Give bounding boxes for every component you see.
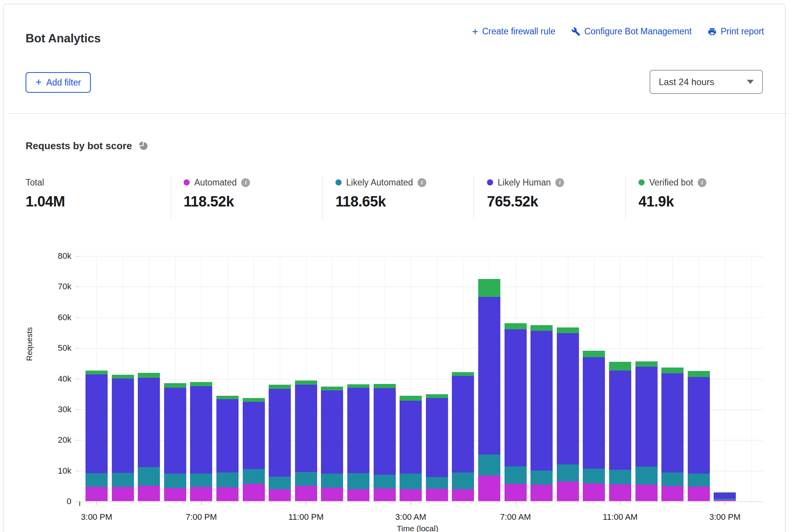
- action-label: Print report: [721, 26, 764, 37]
- bar-2-00-am[interactable]: [374, 384, 396, 501]
- segment-automated: [609, 484, 631, 501]
- x-tick-mark: [620, 501, 621, 505]
- printer-icon: [708, 27, 717, 36]
- y-tick-label: 70k: [45, 282, 71, 292]
- action-create-firewall-rule[interactable]: +Create firewall rule: [472, 26, 555, 37]
- bar-4-00-pm[interactable]: [112, 375, 134, 501]
- bar-6-00-am[interactable]: [478, 279, 500, 501]
- v-gridline: [725, 256, 725, 501]
- segment-likely-automated: [635, 467, 658, 485]
- segment-likely-human: [530, 331, 553, 471]
- bar-1-00-am[interactable]: [347, 384, 369, 501]
- bar-7-00-am[interactable]: [505, 323, 527, 501]
- x-tick-mark: [201, 501, 202, 505]
- time-range-dropdown[interactable]: Last 24 hours: [650, 70, 763, 94]
- bar-12-00-am[interactable]: [321, 387, 343, 501]
- info-icon[interactable]: i: [418, 178, 426, 187]
- segment-automated: [557, 482, 579, 501]
- action-print-report[interactable]: Print report: [708, 26, 764, 37]
- segment-verified-bot: [347, 384, 369, 388]
- segment-automated: [347, 489, 369, 501]
- bar-12-00-pm[interactable]: [635, 361, 658, 501]
- bar-5-00-am[interactable]: [452, 372, 474, 501]
- automated-legend-dot: [184, 179, 190, 185]
- segment-verified-bot: [635, 361, 658, 367]
- segment-automated: [164, 488, 186, 501]
- segment-likely-human: [400, 401, 422, 473]
- segment-likely-human: [478, 297, 500, 455]
- segment-verified-bot: [216, 396, 239, 399]
- bar-3-00-am[interactable]: [400, 396, 422, 501]
- stats-row: Total1.04MAutomatedi118.52kLikely Automa…: [26, 177, 770, 221]
- segment-likely-automated: [374, 475, 396, 488]
- y-tick-mark: [76, 379, 79, 379]
- bar-9-00-am[interactable]: [557, 327, 579, 501]
- segment-verified-bot: [85, 371, 108, 374]
- segment-automated: [400, 489, 422, 501]
- bar-8-00-am[interactable]: [530, 325, 553, 501]
- chevron-down-icon: [747, 80, 754, 84]
- segment-likely-automated: [269, 477, 291, 489]
- stat-label: Likely Automated: [346, 177, 413, 188]
- segment-likely-automated: [164, 474, 186, 488]
- segment-likely-automated: [138, 467, 160, 486]
- action-configure-bot-management[interactable]: Configure Bot Management: [571, 26, 692, 37]
- bar-9-00-pm[interactable]: [243, 398, 265, 501]
- stat-value: 1.04M: [26, 193, 65, 210]
- bar-3-00-pm[interactable]: [714, 492, 736, 501]
- y-tick-mark: [76, 256, 79, 256]
- segment-automated: [583, 484, 605, 501]
- bar-10-00-pm[interactable]: [269, 385, 291, 501]
- segment-verified-bot: [452, 372, 474, 376]
- bar-4-00-am[interactable]: [426, 394, 448, 501]
- header-divider: [7, 113, 789, 114]
- add-filter-button[interactable]: + Add filter: [26, 72, 91, 93]
- y-tick-mark: [76, 501, 79, 502]
- segment-likely-human: [374, 388, 396, 475]
- stat-likely-automated: Likely Automatedi118.65k: [335, 177, 426, 210]
- bar-11-00-pm[interactable]: [295, 380, 317, 501]
- segment-likely-automated: [426, 477, 448, 489]
- segment-automated: [452, 489, 474, 501]
- action-label: Create firewall rule: [482, 26, 555, 37]
- segment-likely-human: [347, 388, 369, 473]
- y-tick-label: 0: [45, 497, 71, 506]
- section-title: Requests by bot score: [26, 140, 132, 152]
- info-icon[interactable]: i: [555, 178, 564, 187]
- bar-6-00-pm[interactable]: [164, 383, 186, 501]
- segment-verified-bot: [609, 362, 631, 371]
- stat-label: Likely Human: [498, 177, 551, 188]
- x-tick-mark: [516, 501, 516, 505]
- verified-bot-legend-dot: [638, 179, 645, 185]
- segment-verified-bot: [557, 327, 579, 333]
- likely-automated-legend-dot: [335, 179, 342, 185]
- segment-automated: [374, 488, 396, 501]
- action-label: Configure Bot Management: [584, 26, 692, 37]
- segment-likely-automated: [505, 466, 527, 484]
- bar-11-00-am[interactable]: [609, 362, 631, 501]
- bar-8-00-pm[interactable]: [216, 396, 239, 501]
- x-tick-label: 3:00 AM: [395, 512, 426, 522]
- bar-3-00-pm[interactable]: [85, 371, 108, 501]
- info-icon[interactable]: i: [698, 178, 706, 187]
- segment-verified-bot: [138, 373, 160, 378]
- segment-likely-automated: [452, 472, 474, 489]
- y-tick-label: 50k: [45, 343, 71, 353]
- y-tick-mark: [76, 440, 79, 440]
- segment-automated: [688, 487, 710, 501]
- bar-10-00-am[interactable]: [583, 351, 605, 501]
- bar-5-00-pm[interactable]: [138, 373, 160, 501]
- info-icon[interactable]: i: [241, 178, 250, 187]
- bar-7-00-pm[interactable]: [190, 382, 212, 501]
- page-title: Bot Analytics: [26, 32, 101, 45]
- y-tick-mark: [76, 471, 79, 471]
- segment-automated: [138, 486, 160, 501]
- y-tick-label: 20k: [45, 435, 71, 445]
- segment-likely-automated: [557, 464, 579, 482]
- segment-verified-bot: [374, 384, 396, 388]
- segment-likely-human: [452, 376, 474, 472]
- segment-likely-human: [661, 373, 684, 472]
- segment-likely-automated: [609, 470, 631, 484]
- bar-2-00-pm[interactable]: [688, 371, 710, 501]
- bar-1-00-pm[interactable]: [661, 368, 684, 501]
